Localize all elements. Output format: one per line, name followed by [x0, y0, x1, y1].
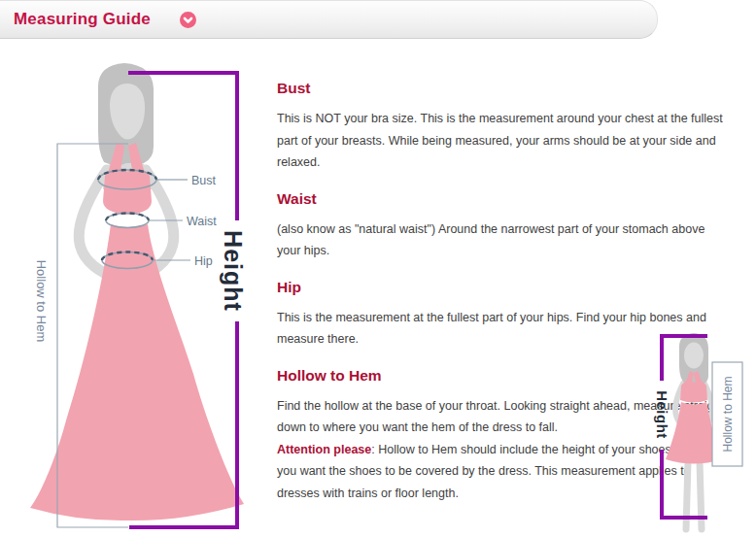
section-bust: Bust This is NOT your bra size. This is … [277, 80, 726, 174]
bust-callout-label: Bust [191, 174, 217, 187]
height-vertical-label: Height [220, 230, 247, 312]
chevron-down-icon[interactable] [180, 12, 196, 28]
page-title: Measuring Guide [14, 10, 151, 29]
measuring-diagram: Bust Waist Hip Hollow to Hem Height [10, 53, 262, 537]
section-heading-bust: Bust [277, 80, 726, 97]
hollow-to-hem-vertical-label: Hollow to Hem [34, 260, 49, 343]
small-face-shape [684, 343, 704, 369]
small-hollow-to-hem-vertical-label: Hollow to Hem [721, 376, 735, 452]
section-text-waist: (also know as "natural waist") Around th… [277, 218, 726, 262]
hip-callout-label: Hip [194, 254, 213, 268]
header-bar: Measuring Guide [0, 0, 658, 39]
section-heading-waist: Waist [277, 190, 726, 208]
hollow-height-small-diagram: Hollow to Hem Height [636, 325, 756, 537]
woman-figure [30, 63, 244, 520]
small-height-vertical-label: Height [654, 390, 670, 439]
small-hollow-to-hem-box: Hollow to Hem [712, 362, 742, 466]
dress-shape [30, 143, 244, 520]
waist-callout-label: Waist [187, 215, 217, 228]
section-heading-hip: Hip [277, 279, 726, 296]
section-waist: Waist (also know as "natural waist") Aro… [277, 190, 726, 262]
section-text-bust: This is NOT your bra size. This is the m… [277, 108, 726, 174]
waist-ellipse [106, 214, 149, 228]
attention-label: Attention please [277, 443, 371, 456]
